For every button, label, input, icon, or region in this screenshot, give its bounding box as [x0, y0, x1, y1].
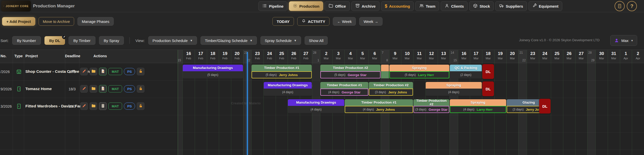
nav-tab-team[interactable]: Team	[415, 1, 439, 11]
deadline-bar[interactable]: DL	[482, 81, 494, 96]
phase-bar[interactable]: Manufacturing Drawings(4 days)	[264, 82, 312, 96]
add-project-button[interactable]: + Add Project	[2, 17, 35, 26]
phase-assignment: (4 days)George Star	[320, 89, 368, 96]
edit-button[interactable]	[80, 85, 88, 93]
date-day: 20	[231, 51, 243, 56]
date-day: 5	[357, 51, 369, 56]
phase-bar[interactable]: Manufacturing Drawings(5 days)	[183, 65, 243, 78]
sort-by-dl[interactable]: By DL✓	[44, 36, 65, 45]
phase-bar[interactable]: Timber Production #2(5 days)George Star	[320, 65, 381, 78]
phase-duration: (4 days)	[282, 90, 293, 94]
week-back-button[interactable]: ← Week	[333, 17, 356, 26]
mat-button[interactable]: MAT	[108, 85, 122, 92]
week-forward-button[interactable]: Week →	[359, 17, 382, 26]
nav-tab-suppliers[interactable]: Suppliers	[495, 1, 527, 11]
help-button[interactable]: ?	[627, 1, 637, 11]
folder-button[interactable]	[90, 68, 97, 75]
phase-assignment: (2 days)	[450, 71, 482, 78]
edit-button[interactable]	[80, 102, 88, 110]
date-month: Mar	[563, 57, 575, 60]
phase-bar[interactable]: Timber Production #2(3 days)Jerry Johns	[369, 82, 413, 96]
date-header-cell: 25Mar	[551, 50, 563, 63]
ps-button[interactable]: PS	[124, 85, 135, 92]
doc-edit-button[interactable]	[99, 68, 107, 75]
date-month: Mar	[527, 57, 539, 60]
unlock-button[interactable]	[137, 102, 144, 110]
date-header-cell: 78	[381, 50, 389, 63]
unlock-button[interactable]	[137, 68, 144, 75]
view-production-schedule[interactable]: Production Schedule▼	[148, 36, 197, 45]
hexagon-logo-icon	[3, 3, 4, 9]
sort-by-number[interactable]: By Number	[12, 36, 41, 45]
date-header-cell: 19Mar	[494, 50, 506, 63]
phase-bar[interactable]: Timber Production #2(3 days)George Star	[414, 99, 449, 113]
date-day: 1	[620, 51, 632, 56]
move-to-archive-button[interactable]: Move to Archive	[39, 17, 74, 26]
view-show-all[interactable]: Show All	[305, 36, 328, 45]
nav-tab-production[interactable]: Production	[289, 1, 323, 11]
column-header-type: Type	[13, 54, 24, 58]
phase-bar[interactable]: QC & Packing(2 days)	[450, 65, 482, 78]
nav-tab-pipeline[interactable]: Pipeline	[258, 1, 287, 11]
phase-overlap-cell[interactable]	[381, 65, 389, 78]
clipboard-button[interactable]	[99, 102, 107, 110]
phase-duration: (2 days)	[460, 73, 471, 77]
date-header-cell: 20Feb	[231, 50, 243, 63]
phase-assignment: (4 days)	[426, 89, 482, 96]
phase-assignee: Jerry Johns	[388, 90, 407, 94]
deadline-bar[interactable]: DL	[539, 99, 551, 114]
deadline-bar[interactable]: DL	[482, 64, 494, 79]
nav-tab-accounting[interactable]: $Accounting	[381, 1, 414, 11]
unlock-button[interactable]	[137, 85, 144, 93]
date-day: 24	[263, 51, 276, 56]
watermark-text: Created by Materio	[231, 101, 261, 105]
date-day: 30	[596, 51, 608, 56]
sort-by-timber[interactable]: By Timber	[69, 36, 95, 45]
phase-bar[interactable]: Manufacturing Drawings(4 days)	[288, 99, 344, 113]
nav-tab-stock[interactable]: Stock	[469, 1, 494, 11]
equipment-icon	[532, 3, 537, 9]
date-month: Feb	[207, 57, 219, 60]
phase-bar[interactable]: Timber Production #1(4 days)George Star	[320, 82, 368, 96]
nav-tab-label: Archive	[362, 4, 376, 8]
ps-button[interactable]: PS	[124, 68, 135, 75]
mat-button[interactable]: MAT	[108, 103, 122, 110]
ps-button[interactable]: PS	[124, 103, 135, 110]
folder-button[interactable]	[90, 102, 97, 110]
sort-by-spray[interactable]: By Spray	[99, 36, 124, 45]
phase-bar[interactable]: Timber Production #1(4 days)Jerry Johns	[345, 99, 413, 113]
project-row: /2026>Shop Counter - Costa Coffee Ealing…	[0, 63, 178, 80]
edit-button[interactable]	[80, 68, 88, 75]
today-button[interactable]: TODAY	[272, 17, 294, 26]
calculator-button[interactable]	[615, 1, 625, 11]
nav-tab-clients[interactable]: Clients	[441, 1, 468, 11]
phase-assignee: George Star	[348, 73, 367, 77]
activity-button[interactable]: ACTIVITY	[297, 17, 329, 26]
mat-button[interactable]: MAT	[108, 68, 122, 75]
phase-bar[interactable]: Spraying(4 days)	[426, 82, 482, 96]
phase-assignment: (5 days)George Star	[320, 71, 381, 78]
nav-tab-equipment[interactable]: Equipment	[529, 1, 563, 11]
phase-bar[interactable]: Spraying(5 days)Larry Herr	[389, 65, 450, 78]
doc-edit-icon	[101, 86, 105, 92]
view-timber-glazing-schedule[interactable]: Timber/Glazing Schedule▼	[201, 36, 257, 45]
phase-label: Timber Production #2	[320, 65, 381, 71]
folder-button[interactable]	[90, 85, 97, 93]
user-menu-button[interactable]: Max ▼	[610, 35, 637, 46]
date-month: Mar	[596, 57, 608, 60]
phase-bar[interactable]: Spraying(4 days)Larry Herr	[450, 99, 506, 113]
phase-label: Timber Production #1	[320, 82, 368, 89]
weekend-day: 29	[591, 59, 595, 62]
nav-tab-archive[interactable]: Archive	[351, 1, 379, 11]
phase-label: QC & Packing	[450, 65, 482, 71]
phase-bar[interactable]: Timber Production #1(5 days)Jerry Johns	[252, 65, 312, 78]
logo: JOINERY CORE	[1, 1, 31, 11]
manage-phases-button[interactable]: Manage Phases	[77, 17, 113, 26]
nav-tab-label: Suppliers	[506, 4, 523, 8]
nav-tab-office[interactable]: Office	[325, 1, 350, 11]
doc-edit-button[interactable]	[99, 85, 107, 93]
phase-assignee: George Star	[342, 90, 360, 94]
phase-duration: (5 days)	[405, 73, 416, 77]
view-spray-schedule[interactable]: Spray Schedule▼	[260, 36, 301, 45]
sort-option-label: By Timber	[73, 38, 91, 43]
